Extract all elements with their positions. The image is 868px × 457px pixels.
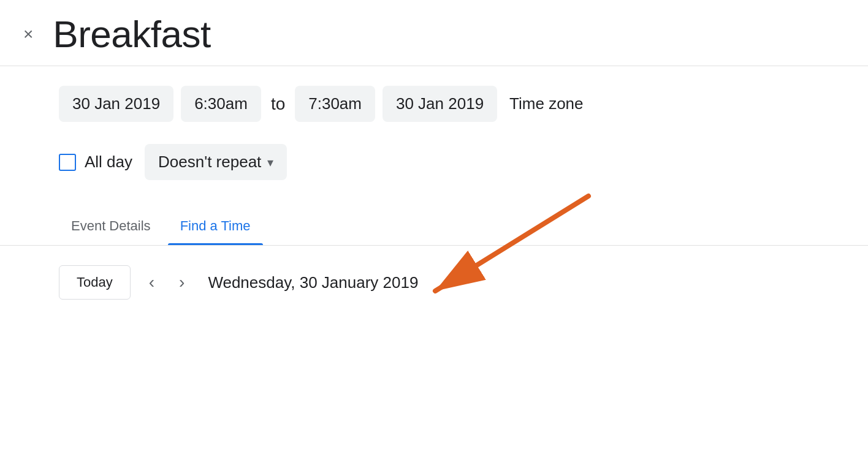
- start-date-chip[interactable]: 30 Jan 2019: [59, 86, 173, 122]
- repeat-label: Doesn't repeat: [158, 153, 261, 172]
- page-title: Breakfast: [53, 12, 210, 56]
- timezone-label[interactable]: Time zone: [509, 94, 583, 113]
- page-container: × Breakfast 30 Jan 2019 6:30am to 7:30am…: [0, 0, 868, 457]
- tabs-row: Event Details Find a Time: [0, 210, 868, 246]
- options-row: All day Doesn't repeat ▾: [0, 139, 868, 197]
- end-time-chip[interactable]: 7:30am: [295, 86, 375, 122]
- datetime-row: 30 Jan 2019 6:30am to 7:30am 30 Jan 2019…: [0, 66, 868, 139]
- to-label: to: [268, 94, 287, 114]
- allday-checkbox-wrapper[interactable]: All day: [59, 153, 132, 172]
- allday-label: All day: [85, 153, 132, 172]
- header-row: × Breakfast: [0, 0, 868, 66]
- start-time-chip[interactable]: 6:30am: [181, 86, 261, 122]
- dropdown-arrow-icon: ▾: [267, 155, 273, 170]
- repeat-dropdown[interactable]: Doesn't repeat ▾: [145, 144, 287, 180]
- prev-button[interactable]: ‹: [143, 268, 161, 297]
- allday-checkbox[interactable]: [59, 154, 76, 171]
- tab-event-details[interactable]: Event Details: [59, 210, 163, 245]
- bottom-row: Today ‹ › Wednesday, 30 January 2019: [0, 246, 868, 317]
- today-button[interactable]: Today: [59, 265, 131, 300]
- close-button[interactable]: ×: [18, 23, 38, 45]
- current-date-label: Wednesday, 30 January 2019: [208, 273, 418, 292]
- end-date-chip[interactable]: 30 Jan 2019: [383, 86, 497, 122]
- next-button[interactable]: ›: [173, 268, 191, 297]
- tab-find-a-time[interactable]: Find a Time: [168, 210, 263, 245]
